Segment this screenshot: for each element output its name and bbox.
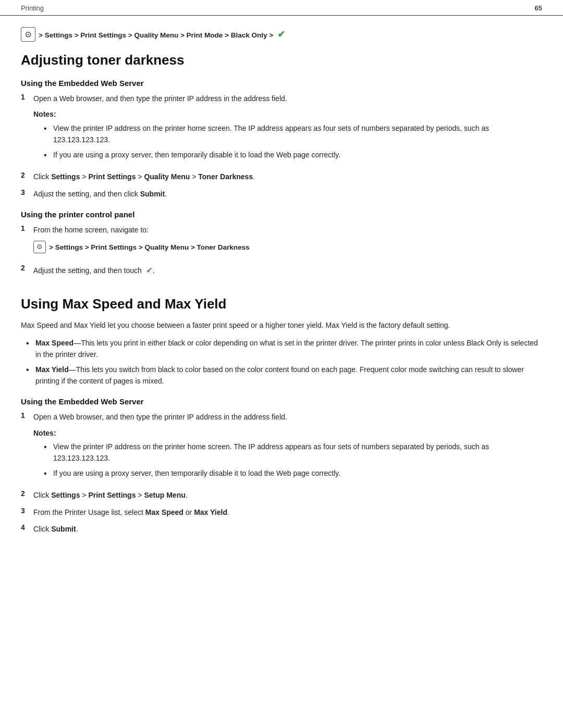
bullet-text: If you are using a proxy server, then te… — [53, 467, 340, 479]
step-number: 2 — [21, 489, 33, 498]
bold-print-settings2: Print Settings — [88, 491, 136, 499]
step-content: Click Settings > Print Settings > Qualit… — [33, 171, 255, 182]
bold-settings2: Settings — [51, 491, 80, 499]
settings-icon: ⚙ — [21, 27, 35, 42]
step-item: 2 Click Settings > Print Settings > Setu… — [21, 489, 542, 501]
step-item: 2 Click Settings > Print Settings > Qual… — [21, 171, 542, 182]
inline-nav: ⚙ > Settings > Print Settings > Quality … — [33, 241, 250, 253]
step-number: 3 — [21, 507, 33, 515]
inline-nav-path: > Settings > Print Settings > Quality Me… — [49, 242, 250, 253]
bold-setup-menu: Setup Menu — [144, 491, 185, 499]
inline-checkmark: ✔ — [146, 266, 153, 275]
step1-text: Open a Web browser, and then type the pr… — [33, 413, 287, 421]
bullet-list: • View the printer IP address on the pri… — [44, 122, 542, 162]
step-number: 1 — [21, 224, 33, 232]
bullet-text: View the printer IP address on the print… — [53, 441, 542, 464]
step-item: 4 Click Submit. — [21, 523, 542, 535]
bullet-item: • Max Yield—This lets you switch from bl… — [26, 364, 542, 387]
section1-title: Adjusting toner darkness — [21, 52, 542, 68]
step-item: 3 From the Printer Usage list, select Ma… — [21, 507, 542, 518]
step-list-1: 1 Open a Web browser, and then type the … — [21, 93, 542, 200]
section1-subsection1-title: Using the Embedded Web Server — [21, 79, 542, 88]
bold-print-settings: Print Settings — [88, 172, 136, 181]
step-list-2: 1 From the home screen, navigate to: ⚙ >… — [21, 224, 542, 277]
step-number: 2 — [21, 264, 33, 272]
top-bar: Printing 65 — [0, 0, 563, 16]
step-content: Click Settings > Print Settings > Setup … — [33, 489, 188, 501]
section2-title: Using Max Speed and Max Yield — [21, 296, 542, 312]
section2-intro: Max Speed and Max Yield let you choose b… — [21, 319, 542, 332]
bullet-item: • If you are using a proxy server, then … — [44, 149, 542, 162]
bullet-item: • Max Speed—This lets you print in eithe… — [26, 337, 542, 361]
step-item: 1 Open a Web browser, and then type the … — [21, 93, 542, 166]
nav-path-text: > Settings > Print Settings > Quality Me… — [39, 31, 273, 39]
inline-nav-path-text: > Settings > Print Settings > Quality Me… — [49, 243, 250, 251]
step-number: 3 — [21, 188, 33, 196]
bullet-list: • View the printer IP address on the pri… — [44, 441, 542, 480]
step-number: 2 — [21, 171, 33, 179]
bold-submit2: Submit — [51, 525, 76, 533]
bullet-text: Max Speed—This lets you print in either … — [35, 337, 542, 361]
bold-max-speed: Max Speed — [35, 339, 74, 347]
step-content: Open a Web browser, and then type the pr… — [33, 411, 542, 484]
bullet-text: Max Yield—This lets you switch from blac… — [35, 364, 542, 387]
bullet-dot: • — [26, 337, 35, 350]
bullet-text: View the printer IP address on the print… — [53, 122, 542, 146]
bold-max-yield2: Max Yield — [194, 508, 227, 516]
section2-bullet-list: • Max Speed—This lets you print in eithe… — [26, 337, 542, 387]
section1-subsection2-title: Using the printer control panel — [21, 210, 542, 219]
step-content: Adjust the setting, and then touch ✔. — [33, 264, 155, 277]
page-container: Printing 65 ⚙ > Settings > Print Setting… — [0, 0, 563, 561]
step-item: 3 Adjust the setting, and then click Sub… — [21, 188, 542, 200]
bullet-dot: • — [26, 363, 35, 377]
step-item: 1 Open a Web browser, and then type the … — [21, 411, 542, 484]
step-list-3: 1 Open a Web browser, and then type the … — [21, 411, 542, 535]
bullet-dot: • — [44, 440, 53, 454]
step-number: 1 — [21, 93, 33, 101]
step-content: Adjust the setting, and then click Submi… — [33, 188, 167, 200]
bold-max-yield: Max Yield — [35, 365, 69, 374]
inline-settings-icon: ⚙ — [33, 241, 46, 253]
step-content: From the Printer Usage list, select Max … — [33, 507, 229, 518]
notes-label: Notes: — [33, 108, 542, 120]
breadcrumb-nav: ⚙ > Settings > Print Settings > Quality … — [0, 16, 563, 47]
bullet-item: • View the printer IP address on the pri… — [44, 122, 542, 146]
step-item: 1 From the home screen, navigate to: ⚙ >… — [21, 224, 542, 258]
page-number: 65 — [535, 4, 542, 12]
notes-block: Notes: • View the printer IP address on … — [33, 108, 542, 162]
bullet-text: If you are using a proxy server, then te… — [53, 149, 340, 161]
step-item: 2 Adjust the setting, and then touch ✔. — [21, 264, 542, 277]
notes-label: Notes: — [33, 427, 542, 439]
bullet-dot: • — [44, 467, 53, 480]
step-number: 4 — [21, 523, 33, 532]
main-content: Adjusting toner darkness Using the Embed… — [0, 52, 563, 561]
section-label: Printing — [21, 4, 44, 12]
bold-max-speed2: Max Speed — [145, 508, 183, 516]
notes-block: Notes: • View the printer IP address on … — [33, 427, 542, 480]
section2-subsection1-title: Using the Embedded Web Server — [21, 397, 542, 406]
step-content: Open a Web browser, and then type the pr… — [33, 93, 542, 166]
step1-control-text: From the home screen, navigate to: — [33, 226, 149, 234]
step-content: From the home screen, navigate to: ⚙ > S… — [33, 224, 250, 258]
nav-checkmark: ✔ — [277, 29, 285, 40]
step-number: 1 — [21, 411, 33, 419]
bold-settings: Settings — [51, 172, 80, 181]
bullet-dot: • — [44, 149, 53, 162]
bold-quality-menu: Quality Menu — [144, 172, 190, 181]
bold-submit: Submit — [140, 190, 165, 198]
bullet-item: • If you are using a proxy server, then … — [44, 467, 542, 480]
step-content: Click Submit. — [33, 523, 78, 535]
bold-toner-darkness: Toner Darkness — [198, 172, 253, 181]
bullet-item: • View the printer IP address on the pri… — [44, 441, 542, 464]
step1-text: Open a Web browser, and then type the pr… — [33, 94, 287, 103]
nav-path: > Settings > Print Settings > Quality Me… — [39, 29, 285, 40]
bullet-dot: • — [44, 122, 53, 135]
